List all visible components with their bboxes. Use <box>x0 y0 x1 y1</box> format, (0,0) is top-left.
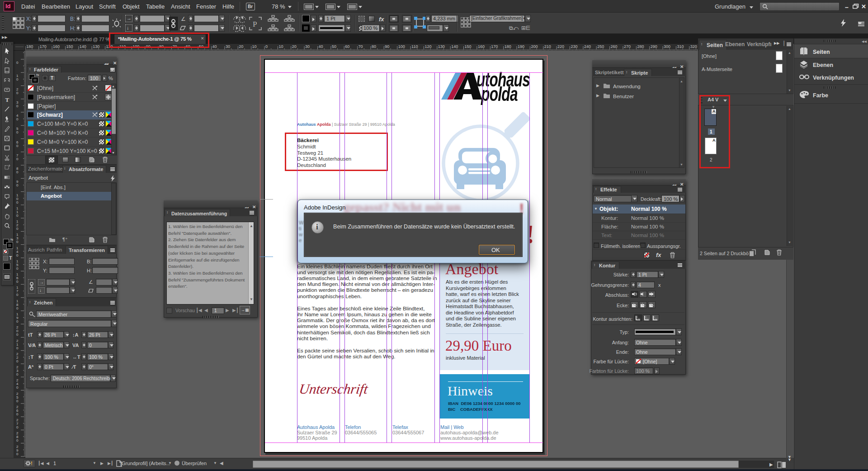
svg-text:140: 140 <box>451 44 458 49</box>
svg-text:0: 0 <box>265 44 268 49</box>
svg-text:310: 310 <box>677 44 684 49</box>
svg-text:70: 70 <box>359 44 363 49</box>
svg-text:60: 60 <box>345 44 349 49</box>
svg-text:130: 130 <box>438 44 445 49</box>
svg-text:190: 190 <box>518 44 524 49</box>
svg-text:0: 0 <box>16 227 19 231</box>
svg-text:0: 0 <box>16 183 19 187</box>
svg-text:300: 300 <box>664 44 670 49</box>
svg-text:40: 40 <box>319 44 323 49</box>
svg-text:230: 230 <box>571 44 578 49</box>
svg-text:110: 110 <box>411 44 418 49</box>
svg-text:280: 280 <box>637 44 644 49</box>
svg-text:0: 0 <box>16 117 19 121</box>
svg-text:250: 250 <box>597 44 604 49</box>
svg-text:T: T <box>5 96 9 103</box>
svg-text:0: 0 <box>16 425 19 429</box>
svg-text:50: 50 <box>332 44 336 49</box>
svg-text:0: 0 <box>16 170 19 174</box>
svg-text:0: 0 <box>16 306 19 310</box>
svg-text:0: 0 <box>16 266 19 271</box>
svg-text:120: 120 <box>425 44 431 49</box>
svg-text:P: P <box>253 20 257 29</box>
svg-text:30: 30 <box>305 44 310 49</box>
svg-text:100: 100 <box>398 44 405 49</box>
svg-text:0: 0 <box>16 253 19 257</box>
svg-text:40: 40 <box>212 44 217 49</box>
svg-text:130: 130 <box>93 44 99 49</box>
svg-text:0: 0 <box>16 130 19 134</box>
svg-text:270: 270 <box>624 44 631 49</box>
svg-text:0: 0 <box>16 412 19 416</box>
svg-text:0: 0 <box>16 77 19 81</box>
svg-text:0: 0 <box>16 91 19 95</box>
svg-text:90: 90 <box>385 44 389 49</box>
svg-text:20: 20 <box>292 44 297 49</box>
svg-text:0: 0 <box>16 346 19 350</box>
svg-text:0: 0 <box>16 104 19 108</box>
svg-text:0: 0 <box>16 319 19 324</box>
svg-text:150: 150 <box>465 44 472 49</box>
svg-text:0: 0 <box>16 214 19 218</box>
svg-text:0: 0 <box>16 240 19 244</box>
svg-text:160: 160 <box>478 44 485 49</box>
svg-text:200: 200 <box>531 44 538 49</box>
svg-text:210: 210 <box>544 44 551 49</box>
svg-text:170: 170 <box>491 44 498 49</box>
svg-text:0: 0 <box>16 372 19 376</box>
svg-text:320: 320 <box>690 44 697 49</box>
svg-text:0: 0 <box>16 280 19 284</box>
svg-text:0: 0 <box>16 61 19 65</box>
svg-text:0: 0 <box>16 438 19 442</box>
svg-text:20: 20 <box>239 44 243 49</box>
svg-text:0: 0 <box>16 399 19 403</box>
svg-text:150: 150 <box>66 44 73 49</box>
svg-text:0: 0 <box>16 359 19 363</box>
svg-text:30: 30 <box>226 44 230 49</box>
svg-text:160: 160 <box>53 44 60 49</box>
svg-text:260: 260 <box>611 44 618 49</box>
svg-text:0: 0 <box>16 385 19 390</box>
svg-text:220: 220 <box>557 44 564 49</box>
svg-text:0: 0 <box>16 452 19 456</box>
svg-text:0: 0 <box>16 144 19 148</box>
svg-text:290: 290 <box>651 44 657 49</box>
svg-text:10: 10 <box>252 44 257 49</box>
svg-text:0: 0 <box>16 333 19 337</box>
svg-text:80: 80 <box>372 44 376 49</box>
svg-text:240: 240 <box>584 44 591 49</box>
svg-text:180: 180 <box>505 44 511 49</box>
svg-text:140: 140 <box>80 44 86 49</box>
svg-text:170: 170 <box>40 44 47 49</box>
svg-text:180: 180 <box>26 44 33 49</box>
svg-text:0: 0 <box>16 157 19 161</box>
svg-text:0: 0 <box>16 200 19 205</box>
svg-text:0: 0 <box>16 293 19 297</box>
svg-text:10: 10 <box>278 44 283 49</box>
